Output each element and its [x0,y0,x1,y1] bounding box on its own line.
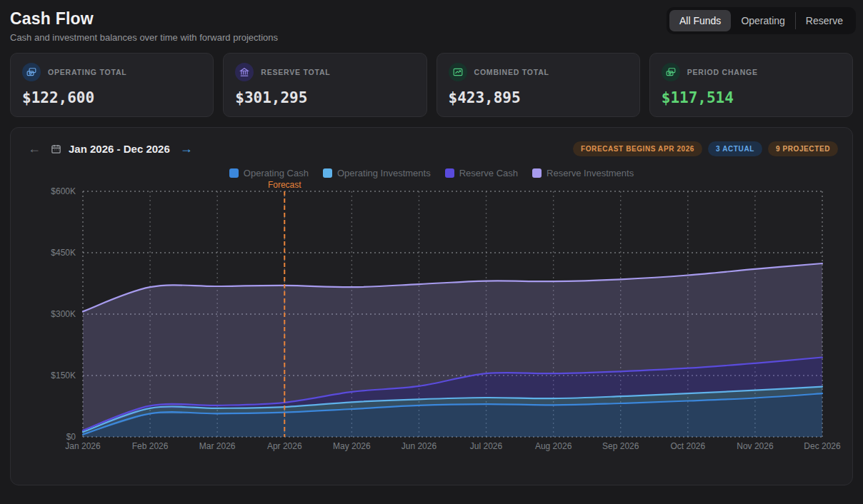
svg-text:Sep 2026: Sep 2026 [602,441,639,451]
chart-nav: ← Jan 2026 - Dec 2026 → FORECAST BEGINS … [11,141,852,156]
stat-card-combined-total: COMBINED TOTAL $423,895 [437,53,640,117]
forecast-begins-badge: FORECAST BEGINS APR 2026 [573,141,702,156]
prev-period-button[interactable]: ← [25,141,44,156]
tab-all-funds[interactable]: All Funds [669,10,731,31]
stat-value: $301,295 [235,89,414,106]
stat-card-operating-total: OPERATING TOTAL $122,600 [10,53,214,117]
stat-label: COMBINED TOTAL [474,68,549,76]
legend-label: Operating Investments [337,168,431,178]
bank-icon [235,63,254,81]
stats-row: OPERATING TOTAL $122,600 RESERVE TOTAL $… [10,53,853,117]
legend-label: Reserve Investments [547,168,634,178]
svg-text:Jul 2026: Jul 2026 [470,441,503,451]
legend-item-operating-investments[interactable]: Operating Investments [323,168,431,178]
calendar-icon [51,143,61,154]
stat-card-reserve-total: RESERVE TOTAL $301,295 [223,53,426,117]
svg-text:$300K: $300K [51,309,76,319]
banknotes-icon [22,63,41,81]
svg-text:Apr 2026: Apr 2026 [267,441,302,451]
chart-area[interactable]: $0$150K$300K$450K$600KJan 2026Feb 2026Ma… [11,180,852,463]
stat-label: RESERVE TOTAL [261,68,330,76]
stat-value: $423,895 [449,89,628,106]
stat-value: $122,600 [22,89,201,106]
legend-item-reserve-cash[interactable]: Reserve Cash [445,168,518,178]
svg-text:Nov 2026: Nov 2026 [737,441,774,451]
svg-text:Oct 2026: Oct 2026 [670,441,705,451]
stat-label: OPERATING TOTAL [48,68,127,76]
page-header: Cash Flow Cash and investment balances o… [0,0,863,43]
cash-flow-chart-panel: ← Jan 2026 - Dec 2026 → FORECAST BEGINS … [10,127,853,485]
operating-cash-swatch-icon [229,168,239,178]
svg-text:Forecast: Forecast [268,180,301,190]
svg-text:Jan 2026: Jan 2026 [65,441,101,451]
fund-tab-group: All Funds Operating Reserve [667,7,856,34]
legend-label: Operating Cash [244,168,309,178]
svg-text:Feb 2026: Feb 2026 [132,441,169,451]
reserve-cash-swatch-icon [445,168,454,178]
chart-legend: Operating Cash Operating Investments Res… [11,168,852,178]
svg-text:$450K: $450K [51,248,76,258]
svg-text:May 2026: May 2026 [333,441,371,451]
svg-text:Dec 2026: Dec 2026 [804,441,841,451]
chart-up-icon [449,63,467,81]
legend-item-operating-cash[interactable]: Operating Cash [229,168,309,178]
projected-count-badge: 9 PROJECTED [768,141,838,156]
stat-value: $117,514 [662,89,841,106]
stat-card-period-change: PERIOD CHANGE $117,514 [649,53,853,117]
stacked-area-chart[interactable]: $0$150K$300K$450K$600KJan 2026Feb 2026Ma… [11,180,852,460]
banknotes-icon [662,63,680,81]
stat-label: PERIOD CHANGE [687,68,758,76]
svg-text:$600K: $600K [51,186,76,196]
reserve-investments-swatch-icon [532,168,542,178]
next-period-button[interactable]: → [177,141,196,156]
svg-text:Mar 2026: Mar 2026 [199,441,236,451]
svg-text:Aug 2026: Aug 2026 [535,441,572,451]
svg-text:Jun 2026: Jun 2026 [401,441,437,451]
date-range-label[interactable]: Jan 2026 - Dec 2026 [69,143,170,155]
actual-count-badge: 3 ACTUAL [708,141,762,156]
tab-reserve[interactable]: Reserve [796,10,853,31]
badge-row: FORECAST BEGINS APR 2026 3 ACTUAL 9 PROJ… [573,141,838,156]
svg-text:$150K: $150K [51,371,76,380]
legend-label: Reserve Cash [459,168,518,178]
legend-item-reserve-investments[interactable]: Reserve Investments [532,168,634,178]
tab-operating[interactable]: Operating [731,10,794,31]
operating-investments-swatch-icon [323,168,332,178]
svg-text:$0: $0 [66,432,76,442]
